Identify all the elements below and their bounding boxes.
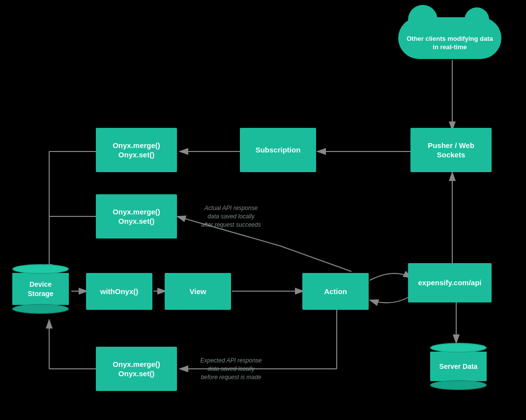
expensify-api-node: expensify.com/api (408, 263, 492, 302)
with-onyx-node: withOnyx() (86, 273, 152, 310)
action-label: Action (324, 287, 347, 297)
device-storage-node: DeviceStorage (12, 263, 69, 315)
subscription-label: Subscription (256, 145, 301, 155)
onyx-merge-top-node: Onyx.merge()Onyx.set() (96, 128, 177, 172)
svg-line-9 (280, 246, 351, 271)
pusher-node: Pusher / Web Sockets (410, 128, 492, 172)
server-data-label: Server Data (439, 362, 478, 371)
cloud-node: Other clients modifying data in real-tim… (398, 17, 501, 59)
device-storage-label: DeviceStorage (28, 280, 53, 298)
cylinder-top (12, 264, 69, 274)
action-node: Action (302, 273, 369, 310)
onyx-merge-bot-label: Onyx.merge()Onyx.set() (113, 360, 160, 379)
expected-api-annotation: Expected API responsedata saved locallyb… (182, 357, 280, 381)
actual-api-text: Actual API responsedata saved locallyaft… (201, 205, 261, 228)
cylinder-body: DeviceStorage (12, 273, 69, 305)
server-cylinder-top (430, 343, 487, 353)
with-onyx-label: withOnyx() (100, 287, 139, 297)
onyx-merge-mid-label: Onyx.merge()Onyx.set() (113, 207, 160, 226)
view-node: View (165, 273, 231, 310)
expected-api-text: Expected API responsedata saved locallyb… (201, 357, 262, 381)
pusher-label: Pusher / Web Sockets (414, 141, 488, 160)
subscription-node: Subscription (240, 128, 316, 172)
cylinder-bottom (12, 304, 69, 314)
onyx-merge-top-label: Onyx.merge()Onyx.set() (113, 141, 160, 160)
server-data-node: Server Data (430, 342, 487, 391)
server-cylinder-body: Server Data (430, 352, 487, 381)
expensify-api-label: expensify.com/api (418, 278, 482, 288)
diagram-container: Other clients modifying data in real-tim… (0, 0, 526, 420)
actual-api-annotation: Actual API responsedata saved locallyaft… (182, 204, 280, 229)
onyx-merge-mid-node: Onyx.merge()Onyx.set() (96, 194, 177, 239)
onyx-merge-bot-node: Onyx.merge()Onyx.set() (96, 347, 177, 391)
cloud-label: Other clients modifying data in real-tim… (406, 35, 494, 52)
server-cylinder-bottom (430, 380, 487, 390)
view-label: View (190, 287, 206, 297)
